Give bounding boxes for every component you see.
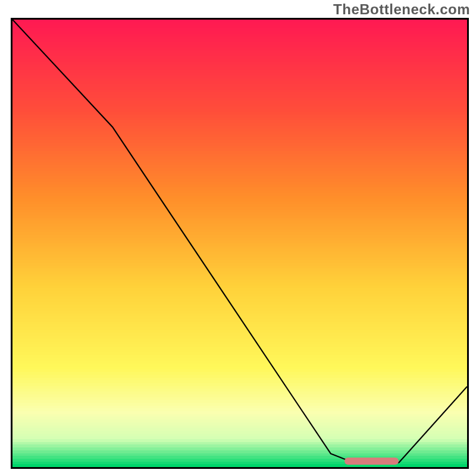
watermark-text: TheBottleneck.com bbox=[333, 1, 470, 18]
plot-area bbox=[11, 18, 469, 469]
optimal-range-marker bbox=[345, 458, 399, 465]
chart-frame: TheBottleneck.com bbox=[0, 0, 476, 476]
bottleneck-curve-path bbox=[12, 20, 467, 462]
curve-overlay bbox=[12, 20, 467, 467]
